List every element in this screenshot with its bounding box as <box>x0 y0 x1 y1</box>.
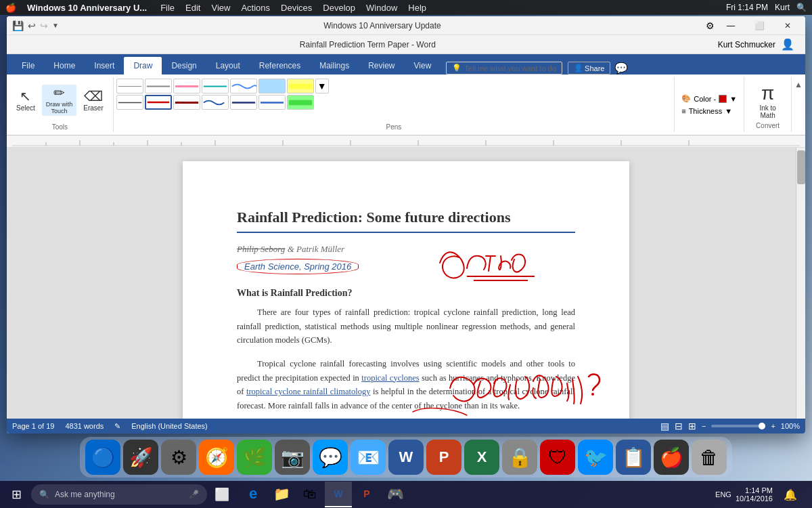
menu-view[interactable]: View <box>211 3 230 13</box>
dock-powerpoint[interactable]: P <box>426 440 461 475</box>
menu-actions[interactable]: Actions <box>241 3 270 13</box>
pen-gray-thin[interactable] <box>116 79 143 93</box>
ribbon-collapse[interactable]: ▲ <box>792 77 805 132</box>
link-rainfall-climatology[interactable]: tropical cyclone rainfall climatology <box>246 387 370 396</box>
pen-blue-highlight[interactable] <box>258 79 286 93</box>
taskbar-game[interactable]: 🎮 <box>382 482 409 507</box>
pen-yellow-highlight[interactable] <box>287 79 314 93</box>
menu-devices[interactable]: Devices <box>281 3 312 13</box>
pen-dark-red[interactable] <box>173 95 200 110</box>
dock-notes[interactable]: 🌿 <box>237 440 272 475</box>
taskbar-explorer[interactable]: 📁 <box>268 482 295 507</box>
dock-safari[interactable]: 🧭 <box>199 440 234 475</box>
pen-blue2[interactable] <box>258 95 286 110</box>
menu-help[interactable]: Help <box>408 3 426 13</box>
document-area[interactable]: Rainfall Prediction: Some future directi… <box>7 148 805 419</box>
zoom-slider[interactable] <box>711 425 765 427</box>
tab-design[interactable]: Design <box>162 57 206 75</box>
page-scroll-area[interactable]: Rainfall Prediction: Some future directi… <box>7 148 805 419</box>
share-button[interactable]: 👤 Share <box>568 62 610 75</box>
pen-gray-medium[interactable] <box>145 79 172 93</box>
redo-button[interactable]: ↪ <box>40 20 48 31</box>
dock-mail[interactable]: 📧 <box>351 440 386 475</box>
undo-button[interactable]: ↩ <box>28 20 36 31</box>
apple-icon[interactable]: 🍎 <box>5 3 16 13</box>
tab-file[interactable]: File <box>12 57 44 75</box>
document-page: Rainfall Prediction: Some future directi… <box>183 161 629 419</box>
tab-review[interactable]: Review <box>359 57 404 75</box>
tab-layout[interactable]: Layout <box>206 57 250 75</box>
layout-btn-3[interactable]: ⊞ <box>688 421 696 431</box>
pen-dark-gray[interactable] <box>116 95 143 110</box>
pen-more[interactable]: ▼ <box>315 79 329 93</box>
taskbar-store[interactable]: 🛍 <box>296 482 323 507</box>
start-button[interactable]: ⊞ <box>3 482 30 507</box>
pen-blue-dark[interactable] <box>202 95 229 110</box>
select-button[interactable]: ↖ Select <box>12 88 39 113</box>
dock-excel[interactable]: X <box>464 440 499 475</box>
pen-teal[interactable] <box>202 79 229 93</box>
scrollbar-thumb[interactable] <box>797 150 805 184</box>
quick-access-more[interactable]: ▼ <box>52 22 59 29</box>
search-bar[interactable]: 🔍 Ask me anything 🎤 <box>31 484 207 505</box>
taskbar-word[interactable]: W <box>325 482 352 507</box>
status-bar: Page 1 of 19 4831 words ✎ English (Unite… <box>7 419 805 433</box>
pen-green-highlight[interactable] <box>287 95 314 110</box>
save-button[interactable]: 💾 <box>12 20 24 31</box>
layout-btn-2[interactable]: ⊟ <box>675 421 683 431</box>
zoom-in[interactable]: + <box>771 422 775 430</box>
customize-ribbon[interactable]: ⚙ <box>706 20 715 31</box>
profile-icon[interactable]: 👤 <box>781 38 794 51</box>
dock-misc2[interactable]: 🛡 <box>540 440 575 475</box>
notification-icon[interactable]: 🔔 <box>777 482 804 507</box>
menu-window[interactable]: Window <box>366 3 397 13</box>
close-button[interactable]: ✕ <box>775 17 800 35</box>
taskbar-powerpoint[interactable]: P <box>353 482 380 507</box>
pen-red-medium[interactable] <box>145 95 172 110</box>
layout-btn-1[interactable]: ▤ <box>660 421 669 431</box>
thickness-control[interactable]: ≡ Thickness ▼ <box>681 107 737 115</box>
dock-word[interactable]: W <box>388 440 424 475</box>
dock-trash[interactable]: 🗑 <box>692 440 727 475</box>
pen-navy[interactable] <box>230 95 257 110</box>
color-control[interactable]: 🎨 Color - ▼ <box>681 94 737 103</box>
dock-finder[interactable]: 🔵 <box>85 440 120 475</box>
dock-launchpad[interactable]: 🚀 <box>123 440 158 475</box>
dock-settings[interactable]: ⚙ <box>161 440 196 475</box>
ink-to-math-button[interactable]: π Ink toMath <box>757 80 778 122</box>
dock-misc4[interactable]: 🍎 <box>654 440 689 475</box>
pen-pink[interactable] <box>173 79 200 93</box>
tell-me-bar[interactable]: 💡 Tell me what you want to do <box>446 62 562 75</box>
menu-file[interactable]: File <box>160 3 175 13</box>
zoom-out[interactable]: − <box>702 422 706 430</box>
maximize-button[interactable]: ⬜ <box>747 17 771 35</box>
minimize-button[interactable]: — <box>719 17 743 35</box>
search-icon[interactable]: 🔍 <box>796 3 807 12</box>
pen-blue-wavy[interactable] <box>230 79 257 93</box>
eraser-button[interactable]: ⌫ Eraser <box>79 88 107 113</box>
draw-touch-button[interactable]: ✏ Draw withTouch <box>42 85 77 116</box>
dock-photos[interactable]: 📷 <box>275 440 310 475</box>
windows-taskbar: ⊞ 🔍 Ask me anything 🎤 ⬜ e 📁 🛍 W P 🎮 ENG … <box>0 481 812 508</box>
tab-draw[interactable]: Draw <box>124 57 162 75</box>
lightbulb-icon: 💡 <box>452 64 461 72</box>
user-name: Kurt Schmucker <box>718 40 775 49</box>
tab-view[interactable]: View <box>405 57 441 75</box>
tab-references[interactable]: References <box>250 57 310 75</box>
tab-mailings[interactable]: Mailings <box>310 57 359 75</box>
scrollbar-track[interactable] <box>796 148 805 419</box>
dock-misc3[interactable]: 📋 <box>616 440 651 475</box>
tab-home[interactable]: Home <box>44 57 85 75</box>
mic-icon[interactable]: 🎤 <box>189 490 199 499</box>
menu-edit[interactable]: Edit <box>185 3 200 13</box>
link-tropical-cyclones[interactable]: tropical cyclones <box>361 373 419 383</box>
menu-develop[interactable]: Develop <box>323 3 355 13</box>
task-view-button[interactable]: ⬜ <box>208 482 235 507</box>
dock-misc1[interactable]: 🔒 <box>502 440 537 475</box>
tab-insert[interactable]: Insert <box>85 57 124 75</box>
comments-icon[interactable]: 💬 <box>614 62 628 75</box>
dock-messages[interactable]: 💬 <box>313 440 348 475</box>
taskbar-edge[interactable]: e <box>240 482 267 507</box>
pi-icon: π <box>761 83 774 104</box>
dock-twitter[interactable]: 🐦 <box>578 440 613 475</box>
